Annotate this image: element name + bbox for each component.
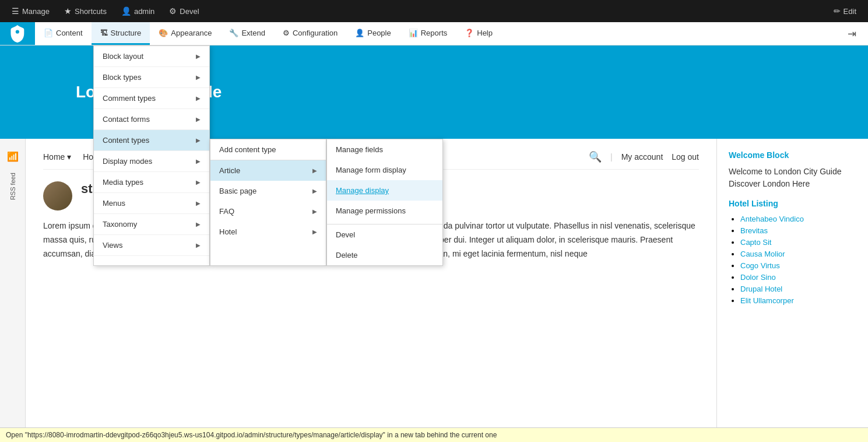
nav-collapse-button[interactable]: ⇥ xyxy=(842,27,862,40)
hamburger-icon: ☰ xyxy=(12,6,19,16)
hotel-item[interactable]: Hotel ▶ xyxy=(210,222,326,242)
content-types-dropdown: Add content type Article ▶ Basic page ▶ … xyxy=(210,139,326,266)
content-types-item[interactable]: Content types ▶ xyxy=(94,130,209,151)
admin-menu-item[interactable]: 👤 admin xyxy=(115,4,160,18)
views-item[interactable]: Views ▶ xyxy=(94,235,209,256)
comment-types-label: Comment types xyxy=(103,94,156,103)
nav-content[interactable]: 📄 Content xyxy=(35,22,92,45)
content-label: Content xyxy=(56,29,83,37)
devel-item[interactable]: Devel xyxy=(327,224,442,245)
block-types-item[interactable]: Block types ▶ xyxy=(94,67,209,88)
hotel-link-2[interactable]: Brevitas xyxy=(740,226,768,235)
list-item: Cogo Virtus xyxy=(740,261,856,270)
pencil-icon: ✏ xyxy=(834,6,841,16)
list-item: Brevitas xyxy=(740,226,856,235)
structure-label: Structure xyxy=(111,29,142,37)
configuration-label: Configuration xyxy=(293,29,338,37)
nav-help[interactable]: ❓ Help xyxy=(456,22,501,45)
help-icon: ❓ xyxy=(465,29,474,37)
gear-icon: ⚙ xyxy=(169,6,177,16)
manage-menu-item[interactable]: ☰ Manage xyxy=(6,4,55,18)
chevron-right-icon: ▶ xyxy=(312,188,317,194)
add-content-type-item[interactable]: Add content type xyxy=(210,139,326,160)
delete-label: Delete xyxy=(336,251,358,259)
status-text: Open "https://8080-imrodmartin-ddevgitpo… xyxy=(6,431,497,439)
nav-extend[interactable]: 🔧 Extend xyxy=(220,22,273,45)
chevron-right-icon: ▶ xyxy=(196,137,201,143)
menus-label: Menus xyxy=(103,199,125,208)
user-icon: 👤 xyxy=(121,6,131,16)
structure-dropdown: Block layout ▶ Block types ▶ Comment typ… xyxy=(93,45,210,266)
log-out-link[interactable]: Log out xyxy=(672,152,699,162)
manage-display-item[interactable]: Manage display xyxy=(327,180,442,201)
manage-fields-label: Manage fields xyxy=(336,145,383,154)
extend-icon: 🔧 xyxy=(229,29,238,37)
devel-menu-item[interactable]: ⚙ Devel xyxy=(163,4,205,18)
welcome-block-text: Welcome to London City Guide Discover Lo… xyxy=(729,166,856,190)
nav-configuration[interactable]: ⚙ Configuration xyxy=(274,22,346,45)
manage-fields-item[interactable]: Manage fields xyxy=(327,139,442,160)
contact-forms-item[interactable]: Contact forms ▶ xyxy=(94,109,209,130)
appearance-icon: 🎨 xyxy=(159,29,168,37)
hotel-link-5[interactable]: Cogo Virtus xyxy=(740,261,780,270)
hotel-link-4[interactable]: Causa Molior xyxy=(740,250,785,258)
hotel-link-1[interactable]: Antehabeo Vindico xyxy=(740,215,804,223)
article-dropdown: Manage fields Manage form display Manage… xyxy=(326,139,443,266)
nav-appearance[interactable]: 🎨 Appearance xyxy=(150,22,220,45)
list-item: Capto Sit xyxy=(740,237,856,247)
admin-label: admin xyxy=(134,7,154,16)
block-layout-item[interactable]: Block layout ▶ xyxy=(94,46,209,67)
manage-permissions-item[interactable]: Manage permissions xyxy=(327,201,442,221)
my-account-link[interactable]: My account xyxy=(621,152,663,162)
nav-reports[interactable]: 📊 Reports xyxy=(400,22,456,45)
add-content-type-label: Add content type xyxy=(219,145,276,154)
shortcuts-menu-item[interactable]: ★ Shortcuts xyxy=(58,4,113,18)
nav-people[interactable]: 👤 People xyxy=(346,22,399,45)
content-types-label: Content types xyxy=(103,136,149,145)
devel-label: Devel xyxy=(336,230,355,239)
chevron-right-icon: ▶ xyxy=(312,167,317,174)
configuration-icon: ⚙ xyxy=(283,29,290,37)
welcome-block-title: Welcome Block xyxy=(729,150,856,160)
basic-page-label: Basic page xyxy=(219,187,256,195)
hotel-listing-list: Antehabeo Vindico Brevitas Capto Sit Cau… xyxy=(729,214,856,305)
hotel-listing-title: Hotel Listing xyxy=(729,199,856,208)
list-item: Causa Molior xyxy=(740,249,856,258)
basic-page-item[interactable]: Basic page ▶ xyxy=(210,181,326,201)
hotel-link-7[interactable]: Drupal Hotel xyxy=(740,285,782,293)
taxonomy-item[interactable]: Taxonomy ▶ xyxy=(94,214,209,235)
wifi-icon[interactable]: 📶 xyxy=(1,145,24,168)
manage-display-link[interactable]: Manage display xyxy=(336,186,389,195)
status-bar: Open "https://8080-imrodmartin-ddevgitpo… xyxy=(0,427,868,442)
hotel-link-6[interactable]: Dolor Sino xyxy=(740,273,776,282)
manage-form-display-label: Manage form display xyxy=(336,166,406,174)
faq-item[interactable]: FAQ ▶ xyxy=(210,201,326,222)
reports-icon: 📊 xyxy=(409,29,418,37)
manage-form-display-item[interactable]: Manage form display xyxy=(327,160,442,180)
display-modes-item[interactable]: Display modes ▶ xyxy=(94,151,209,172)
admin-bar-left: ☰ Manage ★ Shortcuts 👤 admin ⚙ Devel xyxy=(6,4,205,18)
search-icon[interactable]: 🔍 xyxy=(589,150,602,163)
content-icon: 📄 xyxy=(44,29,53,37)
hotel-link-3[interactable]: Capto Sit xyxy=(740,238,771,247)
nav-structure[interactable]: 🏗 Structure xyxy=(92,22,150,45)
drupal-logo[interactable] xyxy=(0,22,35,45)
menus-item[interactable]: Menus ▶ xyxy=(94,193,209,214)
block-types-label: Block types xyxy=(103,73,141,82)
article-item[interactable]: Article ▶ xyxy=(210,160,326,181)
list-item: Antehabeo Vindico xyxy=(740,214,856,223)
display-modes-label: Display modes xyxy=(103,157,152,166)
edit-label: Edit xyxy=(844,7,856,16)
devel-label: Devel xyxy=(180,7,199,16)
rss-feed-label: RSS feed xyxy=(9,173,16,200)
delete-item[interactable]: Delete xyxy=(327,245,442,265)
site-nav-home[interactable]: Home ▾ xyxy=(43,152,71,162)
edit-menu-item[interactable]: ✏ Edit xyxy=(828,4,862,18)
nav-bar: 📄 Content 🏗 Structure 🎨 Appearance 🔧 Ext… xyxy=(0,22,868,45)
contact-forms-label: Contact forms xyxy=(103,115,150,124)
media-types-item[interactable]: Media types ▶ xyxy=(94,172,209,193)
hotel-link-8[interactable]: Elit Ullamcorper xyxy=(740,296,794,305)
manage-permissions-label: Manage permissions xyxy=(336,206,406,215)
comment-types-item[interactable]: Comment types ▶ xyxy=(94,88,209,109)
shortcuts-label: Shortcuts xyxy=(75,7,107,16)
